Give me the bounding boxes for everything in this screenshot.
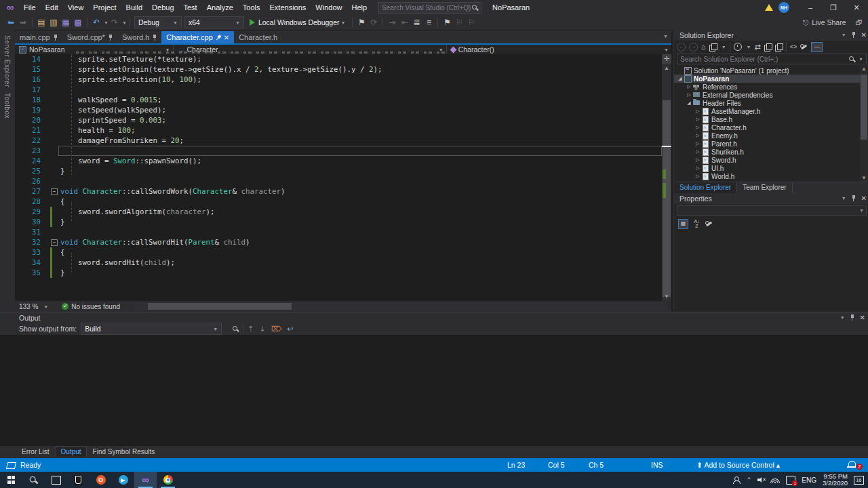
tab-sword-h[interactable]: Sword.h (117, 31, 161, 43)
pin-icon[interactable] (850, 314, 854, 321)
language-indicator[interactable]: ENG (802, 476, 816, 484)
bottom-tab-error-list[interactable]: Error List (17, 447, 54, 457)
wifi-icon[interactable] (770, 476, 780, 483)
editor-split-handle[interactable]: ✛ (662, 54, 671, 64)
line-indent-icon[interactable]: ≣ (411, 17, 422, 28)
cursor-column-indicator[interactable]: Col 5 (548, 461, 565, 469)
epic-games-icon[interactable] (67, 472, 90, 488)
word-wrap-icon[interactable]: ↩ (287, 325, 293, 333)
people-icon[interactable] (732, 476, 741, 483)
bottom-tab-find-symbol-results[interactable]: Find Symbol Results (88, 447, 160, 457)
close-icon[interactable]: ✕ (860, 314, 865, 321)
maximize-button[interactable]: ❐ (822, 0, 845, 15)
open-file-icon[interactable]: ▥ (48, 17, 59, 28)
scroll-down-icon[interactable]: ▼ (662, 293, 671, 300)
volume-muted-icon[interactable]: ✕ (757, 476, 764, 483)
pin-icon[interactable] (108, 35, 113, 41)
expand-arrow-icon[interactable]: ◢ (677, 76, 684, 81)
property-pages-icon[interactable] (705, 220, 713, 228)
visual-studio-icon[interactable]: ∞ (134, 472, 157, 488)
code-line-14[interactable]: 14 sprite.setTexture(*texture); (15, 54, 671, 64)
properties-icon[interactable] (800, 43, 808, 51)
menu-edit[interactable]: Edit (41, 0, 63, 15)
code-line-25[interactable]: 25} (15, 166, 671, 176)
new-file-icon[interactable]: ▤ (36, 17, 47, 28)
find-icon[interactable] (233, 326, 239, 332)
tree-item-references[interactable]: ▷References (674, 83, 868, 91)
forward-icon[interactable]: → (689, 43, 698, 52)
code-line-18[interactable]: 18 walkSpeed = 0.0015; (15, 95, 671, 105)
tree-item-header-files[interactable]: ◢Header Files (674, 99, 868, 107)
solution-configuration-dropdown[interactable]: Debug▼ (134, 16, 182, 28)
menu-window[interactable]: Window (311, 0, 347, 15)
expand-arrow-icon[interactable]: ▷ (694, 108, 701, 114)
code-line-19[interactable]: 19 setSpeed(walkSpeed); (15, 105, 671, 115)
bottom-tab-output[interactable]: Output (56, 446, 87, 457)
start-debugging-button[interactable]: Local Windows Debugger▼ (245, 18, 350, 26)
feedback-icon[interactable]: 🗗 (856, 18, 863, 26)
next-bookmark-icon[interactable]: ⚐ (466, 17, 477, 28)
task-view-icon[interactable] (45, 472, 67, 488)
step-over-icon[interactable]: ⇤ (399, 17, 410, 28)
notifications-bell-icon[interactable] (848, 461, 856, 467)
scroll-up-icon[interactable]: ▲ (662, 65, 671, 71)
close-icon[interactable]: ✕ (861, 31, 867, 39)
editor-horizontal-scrollbar[interactable] (133, 302, 667, 310)
taskbar-search-icon[interactable] (22, 472, 45, 488)
panel-tab-team-explorer[interactable]: Team Explorer (737, 182, 792, 193)
menu-build[interactable]: Build (121, 0, 147, 15)
output-log-area[interactable] (0, 335, 868, 446)
show-all-files-icon[interactable]: <> (790, 41, 797, 52)
back-icon[interactable]: ← (677, 43, 686, 52)
save-icon[interactable]: ▦ (60, 17, 71, 28)
tree-item-solution-nopasaran-1-project-[interactable]: Solution 'NoPasaran' (1 project) (674, 66, 861, 75)
expand-arrow-icon[interactable]: ▷ (686, 92, 692, 98)
document-health-label[interactable]: No issues found (71, 303, 120, 310)
attach-to-process-icon[interactable]: ⚑ (356, 17, 367, 28)
properties-header[interactable]: Properties ▼ ✕ (674, 193, 868, 204)
redo-icon[interactable]: ↷ (109, 17, 120, 28)
tree-item-base-h[interactable]: ▷Base.h (674, 115, 868, 123)
pin-icon[interactable] (153, 35, 157, 41)
cursor-character-indicator[interactable]: Ch 5 (589, 461, 604, 469)
tab-main-cpp[interactable]: main.cpp (15, 31, 62, 43)
minimize-button[interactable]: – (799, 0, 822, 15)
tree-item-sword-h[interactable]: ▷Sword.h (674, 156, 868, 164)
tree-item-enemy-h[interactable]: ▷Enemy.h (674, 131, 868, 140)
taskbar-clock[interactable]: 9:55 PM 3/2/2020 (823, 473, 848, 487)
expand-arrow-icon[interactable]: ▷ (694, 174, 701, 179)
code-line-33[interactable]: 33{ (15, 247, 671, 258)
scrollbar-thumb[interactable] (148, 303, 292, 310)
code-line-16[interactable]: 16 sprite.setPosition(10, 100); (15, 75, 671, 85)
tree-item-shuriken-h[interactable]: ▷Shuriken.h (674, 148, 868, 156)
menu-tools[interactable]: Tools (238, 0, 265, 15)
step-into-icon[interactable]: ⇥ (387, 17, 397, 28)
menu-project[interactable]: Project (88, 0, 121, 15)
code-line-15[interactable]: 15 sprite.setOrigin(texture->getSize().x… (15, 64, 671, 75)
code-editor[interactable]: 14 sprite.setTexture(*texture);15 sprite… (15, 54, 671, 301)
tab-sword-cpp-[interactable]: Sword.cpp* (62, 31, 117, 43)
expand-arrow-icon[interactable]: ◢ (686, 100, 692, 106)
tree-item-world-h[interactable]: ▷World.h (674, 172, 868, 180)
undo-icon[interactable]: ↶ (91, 17, 102, 28)
insert-mode-indicator[interactable]: INS (651, 461, 663, 469)
output-source-dropdown[interactable]: Build▼ (81, 323, 222, 335)
code-line-24[interactable]: 24 sword = Sword::spawnSword(); (15, 156, 671, 166)
tree-item-character-h[interactable]: ▷Character.h (674, 123, 868, 131)
start-button[interactable] (0, 472, 22, 488)
code-line-34[interactable]: 34 sword.swordHit(child); (15, 258, 671, 268)
expand-arrow-icon[interactable]: ▷ (694, 149, 701, 155)
categorized-icon[interactable]: ▦ (678, 219, 688, 229)
code-line-21[interactable]: 21 health = 100; (15, 125, 671, 136)
pin-icon[interactable] (214, 34, 222, 41)
solution-explorer-header[interactable]: Solution Explorer ▼ ✕ (674, 30, 868, 41)
pending-changes-filter-icon[interactable] (734, 43, 742, 51)
bookmark-icon[interactable]: ⚑ (441, 17, 452, 28)
code-line-28[interactable]: 28{ (15, 197, 671, 207)
close-icon[interactable]: ✕ (861, 195, 867, 202)
clear-all-icon[interactable]: ⌦ (271, 325, 282, 333)
code-line-35[interactable]: 35} (15, 268, 671, 278)
pin-icon[interactable] (852, 195, 856, 201)
origin-icon[interactable]: O (90, 472, 112, 488)
next-message-icon[interactable]: ⇣ (259, 325, 265, 333)
